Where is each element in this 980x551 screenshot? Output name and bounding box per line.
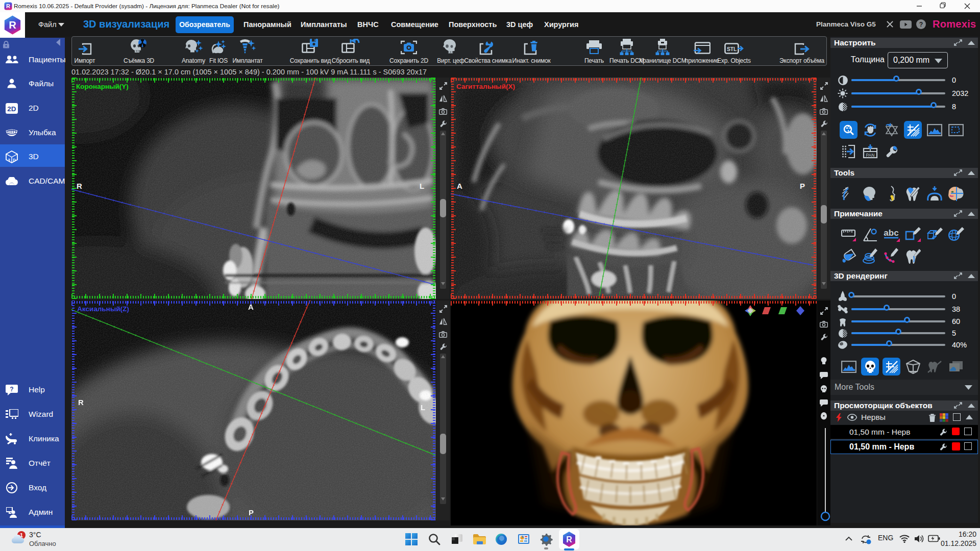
svg-text:D: D	[13, 158, 16, 162]
svg-text:3: 3	[8, 158, 10, 162]
svg-text:R: R	[9, 19, 16, 31]
svg-text:R: R	[566, 535, 572, 544]
svg-text:2D: 2D	[7, 105, 16, 113]
svg-text:?: ?	[10, 386, 13, 393]
svg-text:PAN: PAN	[866, 153, 874, 158]
svg-text:R: R	[6, 3, 10, 9]
svg-text:abc: abc	[884, 228, 898, 238]
svg-text:STL: STL	[727, 46, 737, 52]
svg-text:?: ?	[919, 21, 923, 28]
